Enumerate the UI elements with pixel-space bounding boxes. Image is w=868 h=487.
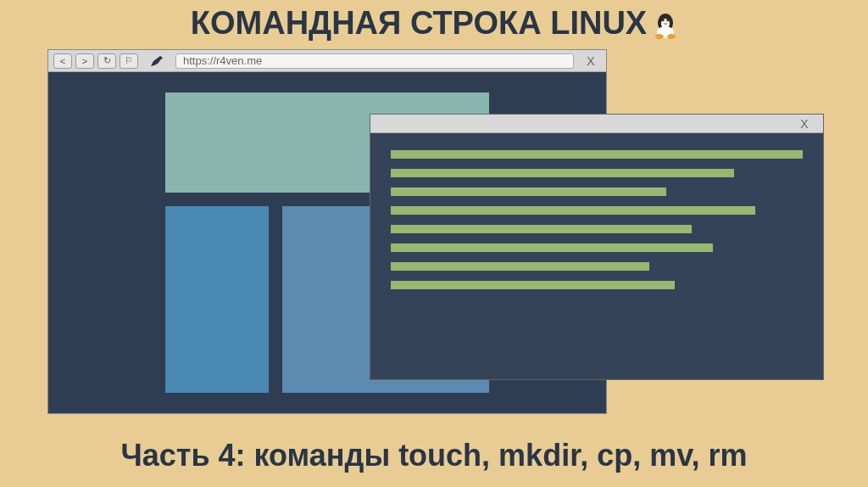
svg-point-3 bbox=[662, 19, 665, 21]
page-subtitle: Часть 4: команды touch, mkdir, cp, mv, r… bbox=[0, 438, 868, 473]
browser-titlebar: < > ↻ ⚐ https://r4ven.me X bbox=[48, 50, 606, 72]
browser-close-button[interactable]: X bbox=[584, 54, 598, 68]
svg-point-5 bbox=[655, 34, 664, 39]
svg-point-7 bbox=[160, 57, 162, 59]
title-text: КОМАНДНАЯ СТРОКА LINUX bbox=[191, 5, 647, 42]
terminal-line bbox=[391, 244, 713, 252]
url-bar[interactable]: https://r4ven.me bbox=[175, 53, 574, 69]
terminal-line bbox=[391, 206, 755, 215]
content-col-1 bbox=[165, 206, 269, 393]
tux-icon bbox=[654, 10, 677, 37]
terminal-line bbox=[391, 169, 734, 177]
terminal-titlebar: X bbox=[370, 115, 823, 133]
nav-bookmark-button[interactable]: ⚐ bbox=[120, 53, 138, 69]
svg-point-4 bbox=[666, 19, 669, 21]
nav-refresh-button[interactable]: ↻ bbox=[97, 53, 116, 69]
nav-forward-button[interactable]: > bbox=[75, 53, 94, 69]
url-text: https://r4ven.me bbox=[183, 54, 262, 67]
nav-back-button[interactable]: < bbox=[53, 53, 72, 69]
terminal-line bbox=[391, 150, 803, 159]
page-title: КОМАНДНАЯ СТРОКА LINUX bbox=[0, 0, 868, 42]
terminal-window: X bbox=[370, 114, 824, 380]
terminal-line bbox=[391, 225, 692, 233]
raven-icon bbox=[148, 53, 165, 70]
terminal-line bbox=[391, 262, 649, 271]
svg-point-6 bbox=[667, 34, 676, 39]
terminal-line bbox=[391, 281, 675, 289]
terminal-close-button[interactable]: X bbox=[798, 117, 811, 131]
terminal-line bbox=[391, 188, 666, 196]
terminal-content bbox=[370, 133, 823, 379]
